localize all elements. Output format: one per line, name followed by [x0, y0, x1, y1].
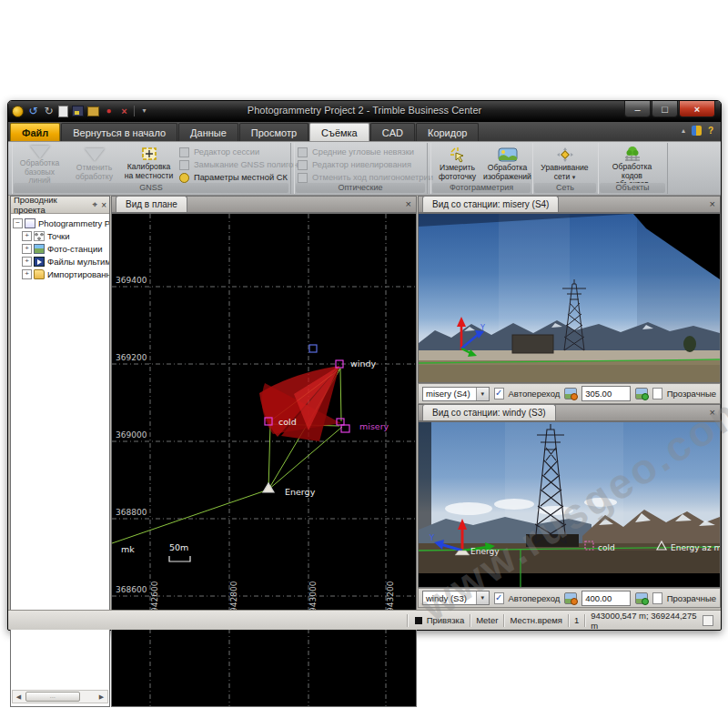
level-editor-item[interactable]: Редактор нивелирования [298, 158, 433, 171]
svg-text:942600: 942600 [150, 581, 159, 612]
ribbon-group-photogrammetry: Измерить фототочку Обработка изображений… [430, 143, 533, 194]
svg-text:windy: windy [350, 359, 376, 369]
transparent-label: Прозрачные [667, 593, 716, 603]
scrollbar-thumb[interactable]: ⋯ [25, 692, 80, 702]
group-caption-network: Сеть [534, 183, 596, 193]
units-label[interactable]: Meter [476, 615, 498, 625]
scale-bar: 50m [169, 542, 190, 561]
tab-station-misery[interactable]: Вид со станции: misery (S4) [422, 196, 559, 212]
close-station-misery-icon[interactable]: × [710, 199, 715, 209]
project-icon [25, 218, 35, 228]
sync-icon[interactable] [692, 126, 702, 136]
station-select[interactable]: misery (S4) ▾ [422, 387, 490, 401]
group-caption-optical: Оптические [296, 183, 425, 193]
next-image-icon[interactable] [635, 592, 648, 604]
collapse-box-icon[interactable]: − [13, 218, 23, 228]
plan-view[interactable]: 369400 369200 369000 368800 368600 94260… [111, 213, 417, 707]
transparent-label: Прозрачные [667, 389, 716, 399]
station-view-misery-photo[interactable]: Y [418, 213, 721, 383]
camera-view-cones [259, 366, 341, 441]
no-photo-bottom [419, 573, 720, 587]
local-cs-params-item[interactable]: Параметры местной СК [179, 171, 308, 184]
tab-plan-view[interactable]: Вид в плане [116, 196, 187, 212]
tab-file[interactable]: Файл [10, 123, 60, 141]
station-view-windy-photo[interactable]: Y Energy cold Energy az mk [418, 421, 721, 588]
tree-item-media-files[interactable]: + Файлы мультимедиа [13, 255, 109, 268]
image-icon [498, 146, 518, 163]
auto-transition-label: Автопереход [509, 593, 561, 603]
help-icon[interactable]: ? [708, 126, 713, 136]
expand-box-icon[interactable]: + [22, 257, 32, 267]
site-calibration-button[interactable]: Калибровка на местности ▾ [123, 145, 175, 184]
expand-box-icon[interactable]: + [22, 244, 32, 254]
select-caret-icon[interactable]: ▾ [476, 592, 489, 604]
tree [683, 336, 696, 352]
process-feature-codes-button[interactable]: Обработка кодов объектов [606, 145, 658, 184]
expand-box-icon[interactable]: + [22, 269, 32, 279]
station-view-misery-tabbar: Вид со станции: misery (S4) × [418, 196, 721, 213]
gnss-loop-closure-item[interactable]: Замыкание GNSS полигонов [179, 158, 308, 171]
scroll-left-icon[interactable]: ◀ [13, 692, 25, 702]
expand-box-icon[interactable]: + [22, 231, 32, 241]
measure-photo-point-button[interactable]: Измерить фототочку [431, 145, 483, 184]
prev-image-icon[interactable] [564, 388, 577, 399]
svg-text:369000: 369000 [116, 430, 147, 440]
station-select[interactable]: windy (S3) ▾ [422, 591, 490, 605]
ribbon: Обработка базовых линий Отменить обработ… [8, 141, 721, 196]
tree-item-root[interactable]: − Photogrammetry Project 2 [13, 217, 109, 229]
mean-angular-item[interactable]: Средние угловые невязки [298, 146, 433, 158]
count-value: 1 [574, 615, 579, 625]
close-button[interactable]: × [679, 101, 715, 117]
scroll-right-icon[interactable]: ▶ [96, 692, 107, 702]
transparent-checkbox[interactable] [652, 592, 662, 604]
adjust-network-button[interactable]: Уравнивание сети ▾ [539, 145, 591, 184]
cancel-processing-button[interactable]: Отменить обработку [68, 145, 120, 184]
tab-view[interactable]: Просмотр [239, 123, 308, 141]
tab-corridor[interactable]: Коридор [416, 123, 479, 141]
project-tree: − Photogrammetry Project 2 + Точки + Фот… [11, 214, 109, 280]
snap-indicator-icon[interactable] [415, 617, 422, 624]
cursor-coordinates: 943000,547 m; 369244,275 m [591, 611, 703, 631]
time-label[interactable]: Местн.время [510, 615, 562, 625]
svg-text:942800: 942800 [229, 581, 238, 612]
pin-icon[interactable]: ⌖ [93, 199, 98, 210]
tree-item-points[interactable]: + Точки [13, 229, 109, 242]
svg-text:Y: Y [429, 533, 435, 542]
tab-get-started[interactable]: Вернуться в начало [61, 123, 177, 141]
status-checkbox[interactable] [703, 615, 713, 626]
tab-survey[interactable]: Съёмка [309, 123, 369, 141]
maximize-button[interactable]: □ [652, 101, 678, 117]
snap-label[interactable]: Привязка [427, 615, 465, 625]
session-editor-item[interactable]: Редактор сессии [179, 146, 308, 158]
tree-item-imported[interactable]: + Импортированные фа [13, 268, 109, 280]
svg-text:misery: misery [359, 421, 389, 431]
svg-text:368800: 368800 [116, 508, 147, 517]
traverse-icon [298, 173, 308, 182]
tree-item-photo-stations[interactable]: + Фото-станции [13, 242, 109, 255]
prev-image-icon[interactable] [564, 592, 577, 604]
tab-data[interactable]: Данные [178, 123, 238, 141]
svg-text:369200: 369200 [116, 353, 147, 362]
transparent-checkbox[interactable] [652, 388, 662, 399]
auto-transition-checkbox[interactable]: ✓ [494, 388, 504, 399]
close-plan-view-icon[interactable]: × [406, 199, 411, 209]
auto-transition-checkbox[interactable]: ✓ [494, 592, 504, 604]
clouds [445, 498, 617, 515]
process-images-button[interactable]: Обработка изображений [481, 145, 533, 184]
select-caret-icon[interactable]: ▾ [476, 388, 489, 400]
tab-cad[interactable]: CAD [370, 123, 415, 141]
collapse-ribbon-icon[interactable]: ▴ [682, 126, 685, 135]
cursor-star-icon [450, 146, 466, 163]
cancel-traverse-item[interactable]: Отменить ход полигонометрии [298, 171, 433, 184]
tower-base-building [526, 534, 579, 547]
process-baselines-button[interactable]: Обработка базовых линий [14, 145, 66, 184]
close-station-windy-icon[interactable]: × [710, 408, 715, 418]
focal-value-input[interactable] [581, 386, 631, 401]
explorer-horizontal-scrollbar[interactable]: ◀ ⋯ ▶ [12, 690, 108, 703]
focal-value-input[interactable] [581, 591, 631, 606]
tab-station-windy[interactable]: Вид со станции: windy (S3) [422, 404, 556, 420]
next-image-icon[interactable] [635, 388, 648, 399]
imported-folder-icon [34, 269, 45, 279]
minimize-button[interactable]: – [624, 101, 651, 117]
close-panel-icon[interactable]: × [101, 200, 106, 210]
